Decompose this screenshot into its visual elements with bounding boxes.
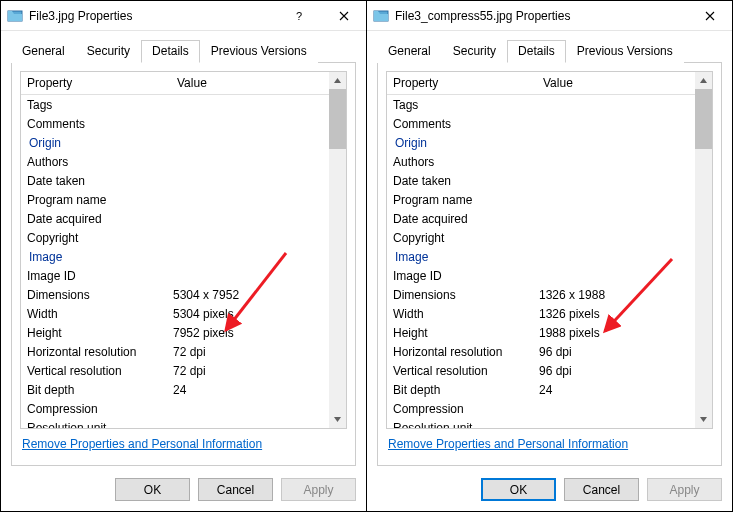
property-name: Vertical resolution [387,363,537,379]
property-row[interactable]: Width1326 pixels [387,304,695,323]
scrollbar[interactable] [695,72,712,428]
property-row[interactable]: Comments [387,114,695,133]
property-name: Horizontal resolution [21,344,171,360]
svg-marker-3 [334,78,341,83]
property-row[interactable]: Height7952 pixels [21,323,329,342]
tab-details[interactable]: Details [141,40,200,63]
grid-body[interactable]: TagsCommentsOriginAuthorsDate takenProgr… [21,95,329,428]
titlebar: File3_compress55.jpg Properties [367,1,732,31]
property-value [171,420,329,428]
scroll-thumb[interactable] [695,89,712,149]
property-row[interactable]: Comments [21,114,329,133]
close-button[interactable] [687,1,732,30]
ok-button[interactable]: OK [481,478,556,501]
property-name: Date acquired [387,211,537,227]
svg-marker-4 [334,417,341,422]
property-value: 5304 pixels [171,306,329,322]
scroll-thumb[interactable] [329,89,346,149]
col-property[interactable]: Property [387,72,537,94]
property-row[interactable]: Program name [21,190,329,209]
cancel-button[interactable]: Cancel [198,478,273,501]
grid-header: PropertyValue [387,72,695,95]
scrollbar[interactable] [329,72,346,428]
property-row[interactable]: Horizontal resolution72 dpi [21,342,329,361]
property-row[interactable]: Copyright [21,228,329,247]
grid-body[interactable]: TagsCommentsOriginAuthorsDate takenProgr… [387,95,695,428]
property-row[interactable]: Resolution unit [387,418,695,428]
col-value[interactable]: Value [171,72,329,94]
property-row[interactable]: Dimensions1326 x 1988 [387,285,695,304]
property-value [171,211,329,227]
property-name: Dimensions [21,287,171,303]
tab-security[interactable]: Security [442,40,507,63]
remove-properties-link[interactable]: Remove Properties and Personal Informati… [388,437,628,451]
property-name: Vertical resolution [21,363,171,379]
property-row[interactable]: Compression [21,399,329,418]
col-value[interactable]: Value [537,72,695,94]
property-row[interactable]: Date acquired [21,209,329,228]
scroll-down-button[interactable] [329,411,346,428]
help-button[interactable]: ? [276,1,321,30]
property-row[interactable]: Height1988 pixels [387,323,695,342]
tab-general[interactable]: General [11,40,76,63]
apply-button[interactable]: Apply [647,478,722,501]
property-row[interactable]: Image ID [387,266,695,285]
property-name: Bit depth [387,382,537,398]
property-row[interactable]: Vertical resolution96 dpi [387,361,695,380]
section-header: Image [387,247,695,266]
section-header: Origin [387,133,695,152]
property-value [171,116,329,132]
scroll-up-button[interactable] [329,72,346,89]
property-value: 96 dpi [537,363,695,379]
property-value [171,268,329,284]
cancel-button[interactable]: Cancel [564,478,639,501]
tab-content: PropertyValueTagsCommentsOriginAuthorsDa… [11,62,356,466]
properties-dialog: File3_compress55.jpg PropertiesGeneralSe… [366,0,733,512]
apply-button[interactable]: Apply [281,478,356,501]
properties-dialog: File3.jpg Properties?GeneralSecurityDeta… [0,0,367,512]
tab-details[interactable]: Details [507,40,566,63]
property-value [537,154,695,170]
property-row[interactable]: Program name [387,190,695,209]
section-header: Origin [21,133,329,152]
scroll-track[interactable] [329,89,346,411]
property-row[interactable]: Tags [21,95,329,114]
tab-previous-versions[interactable]: Previous Versions [566,40,684,63]
property-row[interactable]: Image ID [21,266,329,285]
property-row[interactable]: Resolution unit [21,418,329,428]
col-property[interactable]: Property [21,72,171,94]
property-row[interactable]: Vertical resolution72 dpi [21,361,329,380]
property-row[interactable]: Horizontal resolution96 dpi [387,342,695,361]
property-row[interactable]: Width5304 pixels [21,304,329,323]
remove-properties-link[interactable]: Remove Properties and Personal Informati… [22,437,262,451]
close-button[interactable] [321,1,366,30]
property-row[interactable]: Tags [387,95,695,114]
scroll-up-button[interactable] [695,72,712,89]
property-row[interactable]: Bit depth24 [21,380,329,399]
property-name: Authors [387,154,537,170]
property-value [171,97,329,113]
scroll-down-button[interactable] [695,411,712,428]
property-name: Image ID [387,268,537,284]
scroll-track[interactable] [695,89,712,411]
property-row[interactable]: Dimensions5304 x 7952 [21,285,329,304]
property-row[interactable]: Bit depth24 [387,380,695,399]
svg-marker-9 [700,78,707,83]
property-row[interactable]: Authors [387,152,695,171]
tab-general[interactable]: General [377,40,442,63]
window-title: File3.jpg Properties [29,9,276,23]
tab-security[interactable]: Security [76,40,141,63]
property-name: Resolution unit [387,420,537,428]
property-value [537,116,695,132]
property-row[interactable]: Date taken [387,171,695,190]
property-row[interactable]: Authors [21,152,329,171]
ok-button[interactable]: OK [115,478,190,501]
tab-previous-versions[interactable]: Previous Versions [200,40,318,63]
property-row[interactable]: Copyright [387,228,695,247]
property-row[interactable]: Date acquired [387,209,695,228]
property-row[interactable]: Compression [387,399,695,418]
property-name: Horizontal resolution [387,344,537,360]
property-row[interactable]: Date taken [21,171,329,190]
property-value [537,211,695,227]
property-value [537,173,695,189]
